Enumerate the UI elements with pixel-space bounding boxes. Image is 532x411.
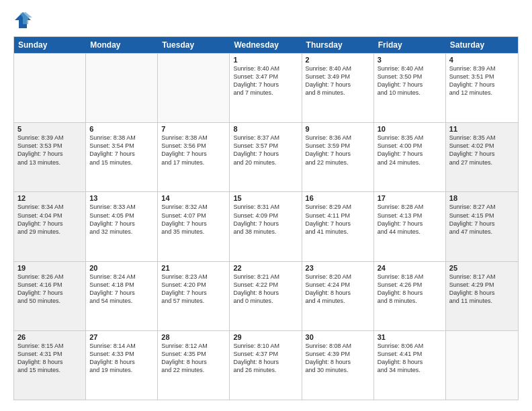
day-info: Sunrise: 8:33 AM Sunset: 4:05 PM Dayligh…: [89, 203, 154, 236]
empty-cell-4-6: [446, 331, 518, 400]
day-cell-30: 30Sunrise: 8:08 AM Sunset: 4:39 PM Dayli…: [302, 331, 374, 400]
day-number: 11: [449, 125, 515, 133]
day-number: 28: [161, 333, 226, 341]
day-info: Sunrise: 8:23 AM Sunset: 4:20 PM Dayligh…: [161, 273, 226, 306]
day-number: 8: [233, 125, 298, 133]
day-number: 16: [306, 194, 370, 202]
day-cell-29: 29Sunrise: 8:10 AM Sunset: 4:37 PM Dayli…: [230, 331, 302, 400]
empty-cell-0-1: [86, 54, 158, 122]
day-cell-4: 4Sunrise: 8:39 AM Sunset: 3:51 PM Daylig…: [446, 54, 518, 122]
day-number: 1: [233, 56, 298, 64]
day-info: Sunrise: 8:08 AM Sunset: 4:39 PM Dayligh…: [306, 342, 370, 375]
day-number: 2: [306, 56, 370, 64]
day-info: Sunrise: 8:34 AM Sunset: 4:04 PM Dayligh…: [17, 203, 82, 236]
day-info: Sunrise: 8:35 AM Sunset: 4:02 PM Dayligh…: [449, 134, 515, 167]
day-number: 26: [17, 333, 82, 341]
day-cell-5: 5Sunrise: 8:39 AM Sunset: 3:53 PM Daylig…: [14, 123, 86, 191]
day-info: Sunrise: 8:10 AM Sunset: 4:37 PM Dayligh…: [233, 342, 298, 375]
day-number: 6: [89, 125, 154, 133]
day-info: Sunrise: 8:06 AM Sunset: 4:41 PM Dayligh…: [378, 342, 442, 375]
day-info: Sunrise: 8:29 AM Sunset: 4:11 PM Dayligh…: [306, 203, 370, 236]
day-info: Sunrise: 8:40 AM Sunset: 3:47 PM Dayligh…: [233, 64, 298, 97]
day-cell-7: 7Sunrise: 8:38 AM Sunset: 3:56 PM Daylig…: [158, 123, 230, 191]
day-number: 21: [161, 264, 226, 272]
day-cell-26: 26Sunrise: 8:15 AM Sunset: 4:31 PM Dayli…: [14, 331, 86, 400]
day-cell-17: 17Sunrise: 8:28 AM Sunset: 4:13 PM Dayli…: [374, 192, 446, 261]
day-info: Sunrise: 8:40 AM Sunset: 3:49 PM Dayligh…: [306, 64, 370, 97]
calendar-row-0: 1Sunrise: 8:40 AM Sunset: 3:47 PM Daylig…: [14, 53, 518, 122]
weekday-header-tuesday: Tuesday: [158, 37, 230, 53]
calendar-row-1: 5Sunrise: 8:39 AM Sunset: 3:53 PM Daylig…: [14, 122, 518, 191]
day-info: Sunrise: 8:26 AM Sunset: 4:16 PM Dayligh…: [17, 273, 82, 306]
calendar-header: SundayMondayTuesdayWednesdayThursdayFrid…: [14, 37, 518, 53]
day-cell-28: 28Sunrise: 8:12 AM Sunset: 4:35 PM Dayli…: [158, 331, 230, 400]
empty-cell-0-0: [14, 54, 86, 122]
day-info: Sunrise: 8:12 AM Sunset: 4:35 PM Dayligh…: [161, 342, 226, 375]
day-number: 12: [17, 194, 82, 202]
day-info: Sunrise: 8:39 AM Sunset: 3:51 PM Dayligh…: [449, 64, 515, 97]
header: [13, 11, 519, 30]
day-number: 29: [233, 333, 298, 341]
weekday-header-wednesday: Wednesday: [230, 37, 302, 53]
day-number: 14: [161, 194, 226, 202]
weekday-header-thursday: Thursday: [302, 37, 374, 53]
page: SundayMondayTuesdayWednesdayThursdayFrid…: [0, 0, 532, 411]
day-info: Sunrise: 8:39 AM Sunset: 3:53 PM Dayligh…: [17, 134, 82, 167]
day-number: 22: [233, 264, 298, 272]
day-info: Sunrise: 8:40 AM Sunset: 3:50 PM Dayligh…: [378, 64, 442, 97]
day-info: Sunrise: 8:18 AM Sunset: 4:26 PM Dayligh…: [378, 273, 442, 306]
logo-icon: [13, 11, 32, 30]
calendar-row-3: 19Sunrise: 8:26 AM Sunset: 4:16 PM Dayli…: [14, 261, 518, 330]
day-number: 24: [378, 264, 442, 272]
day-cell-15: 15Sunrise: 8:31 AM Sunset: 4:09 PM Dayli…: [230, 192, 302, 261]
day-cell-6: 6Sunrise: 8:38 AM Sunset: 3:54 PM Daylig…: [86, 123, 158, 191]
day-cell-3: 3Sunrise: 8:40 AM Sunset: 3:50 PM Daylig…: [374, 54, 446, 122]
day-cell-19: 19Sunrise: 8:26 AM Sunset: 4:16 PM Dayli…: [14, 262, 86, 330]
day-number: 31: [378, 333, 442, 341]
day-info: Sunrise: 8:20 AM Sunset: 4:24 PM Dayligh…: [306, 273, 370, 306]
day-cell-20: 20Sunrise: 8:24 AM Sunset: 4:18 PM Dayli…: [86, 262, 158, 330]
weekday-header-monday: Monday: [86, 37, 158, 53]
day-cell-16: 16Sunrise: 8:29 AM Sunset: 4:11 PM Dayli…: [302, 192, 374, 261]
day-cell-12: 12Sunrise: 8:34 AM Sunset: 4:04 PM Dayli…: [14, 192, 86, 261]
day-cell-31: 31Sunrise: 8:06 AM Sunset: 4:41 PM Dayli…: [374, 331, 446, 400]
day-number: 30: [306, 333, 370, 341]
day-info: Sunrise: 8:28 AM Sunset: 4:13 PM Dayligh…: [378, 203, 442, 236]
calendar-row-4: 26Sunrise: 8:15 AM Sunset: 4:31 PM Dayli…: [14, 330, 518, 400]
day-number: 27: [89, 333, 154, 341]
calendar-body: 1Sunrise: 8:40 AM Sunset: 3:47 PM Daylig…: [14, 53, 518, 400]
day-cell-1: 1Sunrise: 8:40 AM Sunset: 3:47 PM Daylig…: [230, 54, 302, 122]
weekday-header-friday: Friday: [374, 37, 446, 53]
day-cell-21: 21Sunrise: 8:23 AM Sunset: 4:20 PM Dayli…: [158, 262, 230, 330]
calendar-row-2: 12Sunrise: 8:34 AM Sunset: 4:04 PM Dayli…: [14, 191, 518, 261]
day-info: Sunrise: 8:27 AM Sunset: 4:15 PM Dayligh…: [449, 203, 515, 236]
day-cell-9: 9Sunrise: 8:36 AM Sunset: 3:59 PM Daylig…: [302, 123, 374, 191]
day-number: 23: [306, 264, 370, 272]
day-number: 7: [161, 125, 226, 133]
day-info: Sunrise: 8:24 AM Sunset: 4:18 PM Dayligh…: [89, 273, 154, 306]
day-cell-22: 22Sunrise: 8:21 AM Sunset: 4:22 PM Dayli…: [230, 262, 302, 330]
day-cell-23: 23Sunrise: 8:20 AM Sunset: 4:24 PM Dayli…: [302, 262, 374, 330]
day-info: Sunrise: 8:38 AM Sunset: 3:54 PM Dayligh…: [89, 134, 154, 167]
day-number: 10: [378, 125, 442, 133]
day-cell-13: 13Sunrise: 8:33 AM Sunset: 4:05 PM Dayli…: [86, 192, 158, 261]
calendar: SundayMondayTuesdayWednesdayThursdayFrid…: [13, 36, 519, 400]
day-cell-14: 14Sunrise: 8:32 AM Sunset: 4:07 PM Dayli…: [158, 192, 230, 261]
day-number: 9: [306, 125, 370, 133]
day-info: Sunrise: 8:15 AM Sunset: 4:31 PM Dayligh…: [17, 342, 82, 375]
day-info: Sunrise: 8:37 AM Sunset: 3:57 PM Dayligh…: [233, 134, 298, 167]
weekday-header-saturday: Saturday: [446, 37, 518, 53]
day-info: Sunrise: 8:32 AM Sunset: 4:07 PM Dayligh…: [161, 203, 226, 236]
day-cell-27: 27Sunrise: 8:14 AM Sunset: 4:33 PM Dayli…: [86, 331, 158, 400]
day-cell-8: 8Sunrise: 8:37 AM Sunset: 3:57 PM Daylig…: [230, 123, 302, 191]
day-number: 5: [17, 125, 82, 133]
day-cell-2: 2Sunrise: 8:40 AM Sunset: 3:49 PM Daylig…: [302, 54, 374, 122]
day-cell-18: 18Sunrise: 8:27 AM Sunset: 4:15 PM Dayli…: [446, 192, 518, 261]
day-cell-10: 10Sunrise: 8:35 AM Sunset: 4:00 PM Dayli…: [374, 123, 446, 191]
day-number: 17: [378, 194, 442, 202]
logo: [13, 11, 35, 30]
day-info: Sunrise: 8:21 AM Sunset: 4:22 PM Dayligh…: [233, 273, 298, 306]
day-info: Sunrise: 8:38 AM Sunset: 3:56 PM Dayligh…: [161, 134, 226, 167]
day-number: 18: [449, 194, 515, 202]
day-number: 25: [449, 264, 515, 272]
